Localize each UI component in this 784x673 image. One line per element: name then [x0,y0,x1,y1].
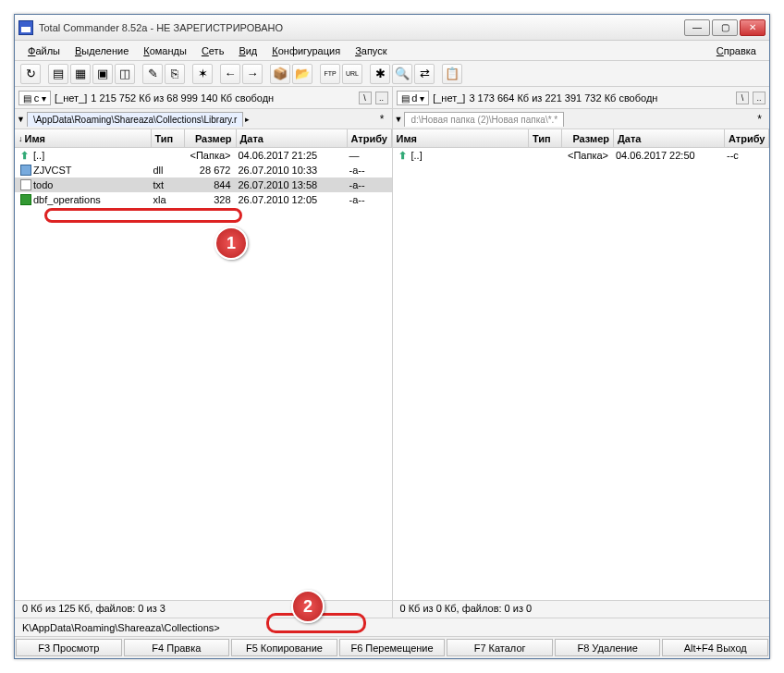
right-drive-label: [_нет_] [433,92,465,104]
toolbar: ↻ ▤ ▦ ▣ ◫ ✎ ⎘ ✶ ← → 📦 📂 FTP URL ✱ 🔍 ⇄ 📋 [15,61,769,87]
left-col-size[interactable]: Размер [185,129,237,147]
f5-copy-button[interactable]: F5 Копирование [231,639,337,656]
right-col-date[interactable]: Дата [614,129,725,147]
menu-selection[interactable]: Выделение [67,43,136,58]
view-brief-icon[interactable]: ▦ [70,64,91,84]
f3-view-button[interactable]: F3 Просмотр [16,639,122,656]
left-col-ext[interactable]: Тип [152,129,185,147]
right-col-name[interactable]: Имя [393,129,530,147]
menubar: Файлы Выделение Команды Сеть Вид Конфигу… [15,41,769,61]
multirename-icon[interactable]: ✱ [370,64,390,84]
f7-mkdir-button[interactable]: F7 Каталог [447,639,553,656]
left-col-name[interactable]: ↓Имя [15,129,152,147]
url-icon[interactable]: URL [342,64,362,84]
file-row[interactable]: ZJVCSTdll28 67226.07.2010 10:33-a-- [15,163,392,177]
f4-edit-button[interactable]: F4 Правка [124,639,230,656]
forward-icon[interactable]: → [242,64,263,84]
right-col-attr[interactable]: Атрибу [725,129,769,147]
view-thumbs-icon[interactable]: ◫ [115,64,135,84]
function-bar: F3 Просмотр F4 Правка F5 Копирование F6 … [15,636,769,658]
menu-view[interactable]: Вид [231,43,264,58]
annotation-badge-2: 2 [291,590,325,623]
menu-start[interactable]: Запуск [348,43,394,58]
left-drive-label: [_нет_] [55,92,87,104]
close-button[interactable]: ✕ [740,19,766,36]
right-root-button[interactable]: \ [736,92,749,104]
menu-commands[interactable]: Команды [136,43,194,58]
right-favorites-button[interactable]: * [752,113,767,126]
back-icon[interactable]: ← [220,64,240,84]
right-col-size[interactable]: Размер [562,129,614,147]
titlebar: Total Commander 8.52a - НЕ ЗАРЕГИСТРИРОВ… [15,15,769,41]
invert-icon[interactable]: ✶ [192,64,213,84]
window-title: Total Commander 8.52a - НЕ ЗАРЕГИСТРИРОВ… [39,22,684,33]
f8-delete-button[interactable]: F8 Удаление [555,639,661,656]
right-tab[interactable]: d:\Новая папка (2)\Новая папка\*.* [404,112,564,127]
app-icon [18,20,33,35]
left-root-button[interactable]: \ [359,92,372,104]
left-up-button[interactable]: .. [375,92,388,104]
right-status: 0 Кб из 0 Кб, файлов: 0 из 0 [392,601,770,618]
refresh-icon[interactable]: ↻ [20,64,41,84]
right-drive-space: 3 173 664 Кб из 221 391 732 Кб свободн [469,92,657,104]
view-tree-icon[interactable]: ▣ [92,64,113,84]
search-icon[interactable]: 🔍 [392,64,412,84]
unpack-icon[interactable]: 📂 [292,64,312,84]
file-row[interactable]: dbf_operationsxla32826.07.2010 12:05-a-- [15,192,392,207]
command-line[interactable]: K\AppData\Roaming\Shareaza\Collections> [15,618,769,636]
tab-bar: ▼ \AppData\Roaming\Shareaza\Collections\… [15,109,769,129]
left-tab[interactable]: \AppData\Roaming\Shareaza\Collections\Li… [27,112,243,127]
left-file-list[interactable]: ⬆[..]<Папка>04.06.2017 21:25—ZJVCSTdll28… [15,148,392,600]
pack-icon[interactable]: 📦 [270,64,290,84]
annotation-badge-1: 1 [214,226,248,260]
menu-files[interactable]: Файлы [20,43,67,58]
left-col-attr[interactable]: Атрибу [348,129,392,147]
right-col-ext[interactable]: Тип [529,129,562,147]
left-drive-space: 1 215 752 Кб из 68 999 140 Кб свободн [91,92,274,104]
menu-config[interactable]: Конфигурация [264,43,348,58]
left-pane: ↓Имя Тип Размер Дата Атрибу ⬆[..]<Папка>… [15,129,392,600]
left-status: 0 Кб из 125 Кб, файлов: 0 из 3 [15,601,392,618]
left-col-date[interactable]: Дата [237,129,348,147]
right-pane: Имя Тип Размер Дата Атрибу ⬆[..]<Папка>0… [392,129,770,600]
notepad-icon[interactable]: 📋 [442,64,462,84]
sync-icon[interactable]: ⇄ [414,64,435,84]
minimize-button[interactable]: — [684,19,710,36]
file-row[interactable]: ⬆[..]<Папка>04.06.2017 21:25— [15,148,392,163]
edit-icon[interactable]: ✎ [142,64,163,84]
right-drive-combo[interactable]: ▤ d ▾ [397,91,430,105]
copy-icon[interactable]: ⎘ [165,64,185,84]
menu-help[interactable]: Справка [709,43,764,58]
left-drive-combo[interactable]: ▤ c ▾ [18,91,51,105]
drive-bar: ▤ c ▾ [_нет_] 1 215 752 Кб из 68 999 140… [15,87,769,109]
right-up-button[interactable]: .. [753,92,766,104]
file-row[interactable]: todotxt84426.07.2010 13:58-a-- [15,177,392,192]
menu-net[interactable]: Сеть [194,43,231,58]
f6-move-button[interactable]: F6 Перемещение [339,639,446,656]
left-favorites-button[interactable]: * [374,113,390,126]
command-prompt: K\AppData\Roaming\Shareaza\Collections> [22,622,220,633]
right-file-list[interactable]: ⬆[..]<Папка>04.06.2017 22:50--с [393,148,770,600]
file-row[interactable]: ⬆[..]<Папка>04.06.2017 22:50--с [393,148,770,163]
altf4-exit-button[interactable]: Alt+F4 Выход [662,639,768,656]
maximize-button[interactable]: ▢ [712,19,738,36]
status-bar: 0 Кб из 125 Кб, файлов: 0 из 3 0 Кб из 0… [15,601,769,618]
view-list-icon[interactable]: ▤ [48,64,68,84]
ftp-icon[interactable]: FTP [320,64,340,84]
